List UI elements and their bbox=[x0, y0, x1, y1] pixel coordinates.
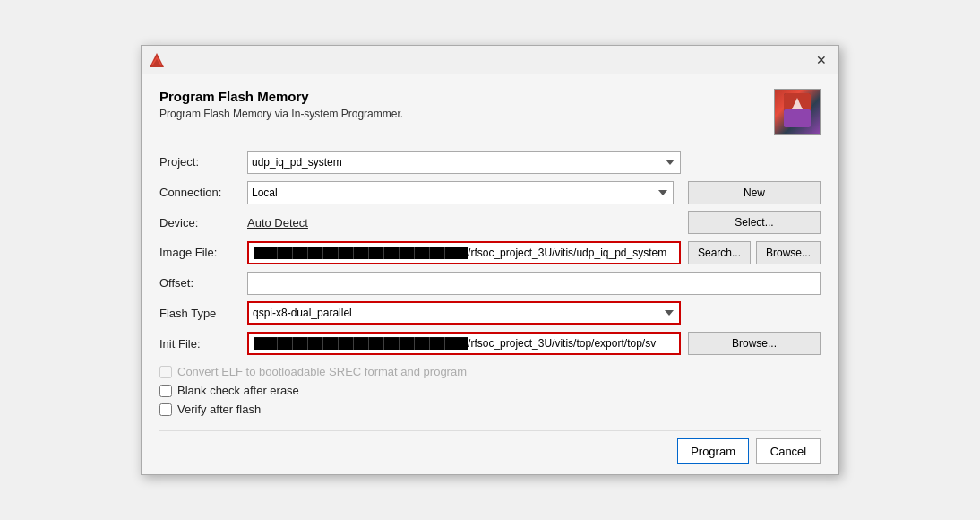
title-bar-left bbox=[149, 52, 165, 68]
title-bar: ✕ bbox=[142, 46, 838, 74]
offset-input[interactable] bbox=[247, 272, 821, 295]
device-value: Auto Detect bbox=[247, 216, 681, 230]
program-button[interactable]: Program bbox=[677, 438, 749, 464]
blank-check-checkbox[interactable] bbox=[159, 385, 172, 397]
verify-after-row: Verify after flash bbox=[159, 403, 821, 416]
dialog-title: Program Flash Memory bbox=[159, 89, 403, 104]
new-button[interactable]: New bbox=[688, 181, 821, 204]
project-select[interactable]: udp_iq_pd_system bbox=[247, 151, 681, 174]
checkboxes-section: Convert ELF to bootloadable SREC format … bbox=[159, 363, 821, 416]
header-text: Program Flash Memory Program Flash Memor… bbox=[159, 89, 403, 120]
app-logo-icon bbox=[149, 52, 165, 68]
flash-icon bbox=[780, 93, 814, 131]
program-flash-dialog: ✕ Program Flash Memory Program Flash Mem… bbox=[141, 45, 839, 475]
convert-elf-row: Convert ELF to bootloadable SREC format … bbox=[159, 365, 821, 378]
verify-after-checkbox[interactable] bbox=[159, 403, 172, 416]
device-label: Device: bbox=[159, 216, 240, 230]
close-button[interactable]: ✕ bbox=[812, 50, 831, 70]
image-browse-button[interactable]: Browse... bbox=[756, 241, 821, 264]
blank-check-row: Blank check after erase bbox=[159, 384, 821, 397]
dialog-body: Program Flash Memory Program Flash Memor… bbox=[142, 74, 838, 474]
dialog-subtitle: Program Flash Memory via In-system Progr… bbox=[159, 108, 403, 120]
flash-type-label: Flash Type bbox=[159, 307, 240, 320]
form-grid: Project: udp_iq_pd_system Connection: Lo… bbox=[159, 150, 821, 356]
select-button[interactable]: Select... bbox=[688, 211, 821, 234]
search-button[interactable]: Search... bbox=[688, 241, 751, 264]
flash-type-select[interactable]: qspi-x8-dual_parallel bbox=[247, 301, 681, 325]
image-file-label: Image File: bbox=[159, 246, 240, 259]
svg-rect-5 bbox=[784, 109, 811, 127]
connection-label: Connection: bbox=[159, 186, 240, 199]
init-browse-button[interactable]: Browse... bbox=[688, 332, 821, 355]
connection-select[interactable]: Local bbox=[247, 181, 674, 204]
blank-check-label: Blank check after erase bbox=[177, 384, 299, 397]
bottom-buttons: Program Cancel bbox=[159, 430, 821, 464]
project-label: Project: bbox=[159, 155, 240, 169]
cancel-button[interactable]: Cancel bbox=[756, 438, 821, 464]
image-file-input[interactable] bbox=[247, 241, 681, 264]
header-icon bbox=[774, 89, 821, 135]
init-file-input[interactable] bbox=[247, 332, 681, 355]
offset-label: Offset: bbox=[159, 276, 240, 290]
convert-elf-label: Convert ELF to bootloadable SREC format … bbox=[177, 365, 467, 378]
init-file-label: Init File: bbox=[159, 337, 240, 351]
convert-elf-checkbox[interactable] bbox=[159, 366, 172, 378]
header-section: Program Flash Memory Program Flash Memor… bbox=[159, 89, 821, 135]
verify-after-label: Verify after flash bbox=[177, 403, 261, 416]
